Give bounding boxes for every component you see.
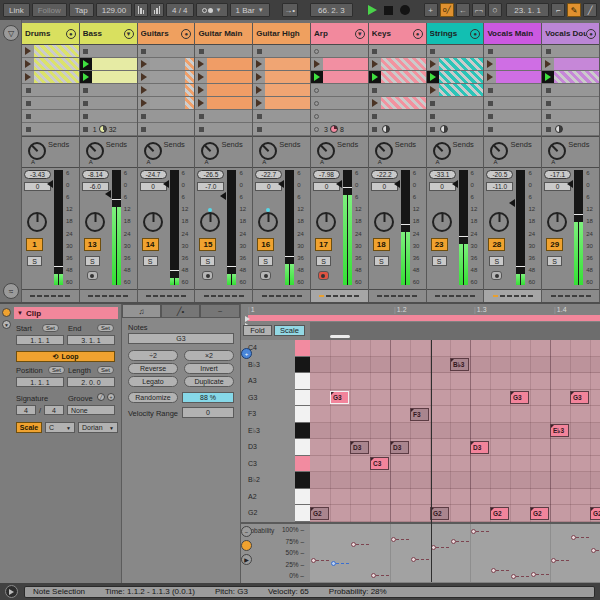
clip-launch-button[interactable]	[195, 110, 207, 122]
clip-slot[interactable]	[542, 84, 599, 97]
crossfade-assign-row[interactable]	[311, 289, 368, 302]
crossfader-section-toggle[interactable]: ≈	[3, 283, 19, 299]
clip-end-field[interactable]: 3. 1. 1	[67, 335, 115, 345]
clip-slot[interactable]	[253, 45, 310, 58]
crossfade-assign-row[interactable]	[80, 289, 137, 302]
track-number-activator[interactable]: 18	[373, 238, 390, 251]
midi-note[interactable]: G3	[570, 391, 589, 404]
clip-slot[interactable]	[22, 58, 79, 71]
reenable-automation-button[interactable]: ←	[456, 3, 470, 17]
clip-slot[interactable]	[22, 45, 79, 58]
tap-tempo-button[interactable]: Tap	[69, 3, 94, 17]
midi-note[interactable]: G2	[590, 507, 600, 520]
clip-launch-button[interactable]	[369, 110, 381, 122]
clip-slot[interactable]	[427, 71, 484, 84]
lane-select-led[interactable]	[241, 540, 252, 551]
clip-slot[interactable]	[311, 84, 368, 97]
probability-marker[interactable]	[531, 572, 536, 577]
randomize-button[interactable]: Randomize	[128, 392, 178, 403]
scale-mode-button[interactable]: Scale	[16, 422, 42, 433]
note-transform-invert[interactable]: Invert	[184, 363, 234, 374]
send-a-knob[interactable]	[259, 142, 277, 160]
clip-slot[interactable]	[542, 45, 599, 58]
clip-slot[interactable]	[542, 110, 599, 123]
quantization-menu[interactable]: 1 Bar▼	[230, 3, 270, 17]
clip-launch-button[interactable]	[195, 84, 207, 96]
clip-launch-button[interactable]	[22, 58, 34, 70]
piano-key[interactable]	[295, 505, 310, 522]
probability-marker[interactable]	[591, 548, 596, 553]
probability-marker[interactable]	[571, 535, 576, 540]
clip-launch-button[interactable]	[195, 71, 207, 83]
volume-fader-handle[interactable]	[278, 180, 284, 188]
link-button[interactable]: Link	[3, 3, 30, 17]
clip-slot[interactable]	[253, 84, 310, 97]
clip-slot[interactable]	[484, 110, 541, 123]
track-number-activator[interactable]: 1	[26, 238, 43, 251]
crossfade-assign-row[interactable]	[427, 289, 484, 302]
clip-slot[interactable]	[80, 45, 137, 58]
clip-slot[interactable]	[369, 71, 426, 84]
clip-slot[interactable]	[311, 58, 368, 71]
piano-key[interactable]	[295, 456, 310, 473]
clip-slot[interactable]	[484, 97, 541, 110]
loop-start-field[interactable]: 23. 1. 1	[506, 3, 550, 17]
solo-button[interactable]: S	[85, 256, 100, 266]
chevron-down-icon[interactable]: ▼	[124, 29, 134, 39]
clip-launch-button[interactable]	[253, 71, 265, 83]
group-circle-icon[interactable]: ●	[413, 29, 423, 39]
fold-button[interactable]: Fold	[243, 325, 272, 336]
clip-slot[interactable]	[22, 97, 79, 110]
loop-position-field[interactable]: 1. 1. 1	[16, 377, 64, 387]
peak-level-readout[interactable]: -26.5	[197, 170, 224, 179]
clip-slot-footer[interactable]	[542, 123, 599, 136]
loop-brace[interactable]	[248, 315, 600, 321]
clip-slot[interactable]	[427, 84, 484, 97]
volume-fader-handle[interactable]	[220, 192, 226, 200]
clip-launch-button[interactable]	[22, 123, 34, 135]
volume-fader-handle[interactable]	[163, 180, 169, 188]
send-a-knob[interactable]	[317, 142, 335, 160]
midi-note[interactable]: G2	[430, 507, 449, 520]
peak-level-readout[interactable]: -3.43	[24, 170, 51, 179]
clip-slot-footer[interactable]	[427, 123, 484, 136]
clip-panel-header[interactable]: ▼ Clip	[14, 307, 118, 319]
clip-slot-footer[interactable]	[484, 123, 541, 136]
chevron-down-icon[interactable]: ▼	[355, 29, 365, 39]
nudge-down-button[interactable]	[134, 3, 148, 17]
peak-level-readout[interactable]: -20.5	[486, 170, 513, 179]
clip-launch-button[interactable]	[80, 97, 92, 109]
clip-launch-button[interactable]	[195, 97, 207, 109]
clip-launch-button[interactable]	[195, 45, 207, 57]
clip-slot[interactable]	[542, 97, 599, 110]
peak-level-readout[interactable]: -24.7	[140, 170, 167, 179]
clip-launch-button[interactable]	[80, 58, 92, 70]
session-record-button[interactable]: ○	[488, 3, 502, 17]
signature-denominator-field[interactable]: 4	[44, 405, 64, 415]
note-transform-reverse[interactable]: Reverse	[128, 363, 178, 374]
clip-launch-button[interactable]	[484, 110, 496, 122]
probability-marker[interactable]	[511, 574, 516, 579]
clip-slot-footer[interactable]	[138, 123, 195, 136]
note-transform-legato[interactable]: Legato	[128, 376, 178, 387]
probability-marker[interactable]	[411, 557, 416, 562]
clip-slot[interactable]	[427, 45, 484, 58]
clip-launch-button[interactable]	[484, 45, 496, 57]
group-circle-icon[interactable]: ●	[470, 29, 480, 39]
automation-arm-button[interactable]: o╱	[440, 3, 454, 17]
track-header[interactable]: Vocals Main	[484, 23, 541, 45]
clip-slot[interactable]	[80, 71, 137, 84]
group-circle-icon[interactable]: ●	[181, 29, 191, 39]
clip-slot[interactable]	[484, 58, 541, 71]
track-header[interactable]: Vocals Doubl●	[542, 23, 599, 45]
track-header[interactable]: Keys●	[369, 23, 426, 45]
track-number-activator[interactable]: 15	[199, 238, 216, 251]
clip-launch-button[interactable]	[138, 58, 150, 70]
stop-button[interactable]	[381, 2, 395, 18]
groove-selector[interactable]: None	[67, 405, 115, 415]
punch-out-button[interactable]: ╱	[583, 3, 597, 17]
clip-slot[interactable]	[138, 110, 195, 123]
note-transform-duplicate[interactable]: Duplicate	[184, 376, 234, 387]
clip-activator-led[interactable]	[2, 308, 11, 317]
midi-note[interactable]: B♭3	[450, 358, 469, 371]
